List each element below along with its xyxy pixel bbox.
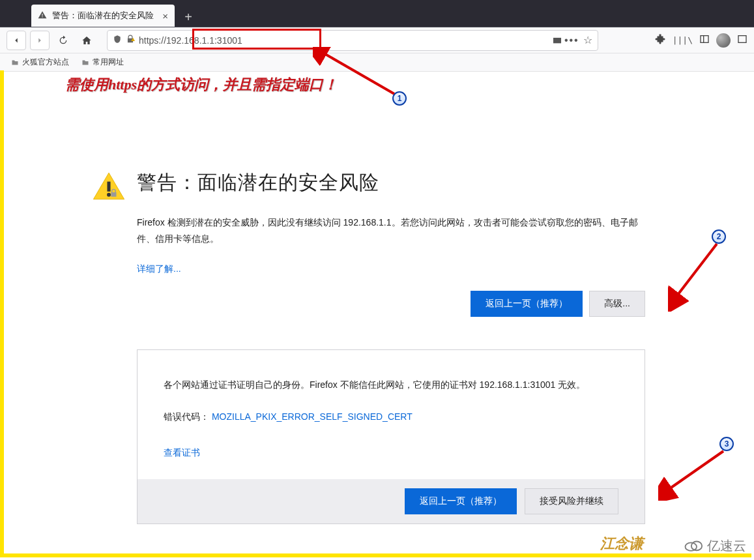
warning-title: 警告：面临潜在的安全风险 xyxy=(137,169,645,196)
callout-1: 1 xyxy=(392,91,407,106)
view-certificate-link[interactable]: 查看证书 xyxy=(164,444,200,462)
brand-watermark: 亿速云 xyxy=(684,537,746,555)
go-back-button[interactable]: 返回上一页（推荐） xyxy=(471,291,583,317)
details-go-back-button[interactable]: 返回上一页（推荐） xyxy=(405,488,517,514)
error-code-link[interactable]: MOZILLA_PKIX_ERROR_SELF_SIGNED_CERT xyxy=(212,411,413,422)
addons-icon[interactable] xyxy=(654,33,666,48)
bookmark-label: 火狐官方站点 xyxy=(22,57,69,68)
author-watermark: 江念谦 xyxy=(600,534,643,553)
details-buttons: 返回上一页（推荐） 接受风险并继续 xyxy=(138,479,645,523)
bookmark-label: 常用网址 xyxy=(93,57,124,68)
page-content: 警告：面临潜在的安全风险 Firefox 检测到潜在的安全威胁，因此没有继续访问… xyxy=(0,72,754,560)
new-tab-button[interactable]: + xyxy=(179,7,198,27)
bookmark-folder[interactable]: 火狐官方站点 xyxy=(10,57,69,68)
brand-name: 亿速云 xyxy=(707,537,746,555)
accept-risk-button[interactable]: 接受风险并继续 xyxy=(525,488,618,514)
callout-2: 2 xyxy=(712,229,726,244)
callout-3: 3 xyxy=(719,437,734,451)
shield-icon xyxy=(113,35,122,46)
bookmark-star-icon[interactable]: ☆ xyxy=(583,34,592,46)
annotation-hint: 需使用https的方式访问，并且需指定端口！ xyxy=(65,75,338,95)
library-icon[interactable]: |||\ xyxy=(673,35,693,45)
toolbar-right: |||\ xyxy=(654,33,747,48)
page-actions-icon[interactable]: ••• xyxy=(564,35,579,46)
warning-body: Firefox 检测到潜在的安全威胁，因此没有继续访问 192.168.1.1。… xyxy=(137,214,645,247)
svg-line-4 xyxy=(676,244,717,297)
browser-tab[interactable]: 警告：面临潜在的安全风险 × xyxy=(31,5,175,27)
warning-triangle-icon xyxy=(38,10,47,22)
error-code-label: 错误代码： xyxy=(164,411,209,422)
svg-rect-6 xyxy=(107,182,110,192)
svg-rect-0 xyxy=(701,35,708,42)
reload-button[interactable] xyxy=(53,31,73,50)
warning-buttons: 返回上一页（推荐） 高级... xyxy=(137,291,645,317)
lock-warning-icon xyxy=(126,35,135,46)
advanced-details: 各个网站通过证书证明自己的身份。Firefox 不能信任此网站，它使用的证书对 … xyxy=(137,349,645,524)
tab-strip: 警告：面临潜在的安全风险 × + xyxy=(0,0,754,27)
back-button[interactable] xyxy=(7,31,26,50)
url-text: https://192.168.1.1:31001 xyxy=(139,35,549,46)
annotation-arrow-3 xyxy=(658,449,730,501)
customize-icon[interactable] xyxy=(737,34,747,47)
svg-line-3 xyxy=(322,52,394,94)
advanced-button[interactable]: 高级... xyxy=(589,291,645,317)
svg-line-5 xyxy=(667,451,723,490)
tab-title: 警告：面临潜在的安全风险 xyxy=(52,10,154,22)
forward-button[interactable] xyxy=(30,31,50,50)
reader-icon[interactable]: ▮▮▮ xyxy=(553,36,560,44)
account-avatar[interactable] xyxy=(716,33,731,48)
bookmark-folder[interactable]: 常用网址 xyxy=(81,57,124,68)
sidebar-icon[interactable] xyxy=(699,34,710,47)
close-tab-icon[interactable]: × xyxy=(162,10,168,22)
warning-block: 警告：面临潜在的安全风险 Firefox 检测到潜在的安全威胁，因此没有继续访问… xyxy=(137,169,645,524)
warning-icon xyxy=(91,169,126,207)
annotation-arrow-2 xyxy=(668,240,727,312)
learn-more-link[interactable]: 详细了解... xyxy=(137,263,181,274)
home-button[interactable] xyxy=(77,31,96,50)
svg-rect-2 xyxy=(738,35,746,42)
details-explain: 各个网站通过证书证明自己的身份。Firefox 不能信任此网站，它使用的证书对 … xyxy=(164,376,618,394)
svg-point-7 xyxy=(107,193,111,197)
